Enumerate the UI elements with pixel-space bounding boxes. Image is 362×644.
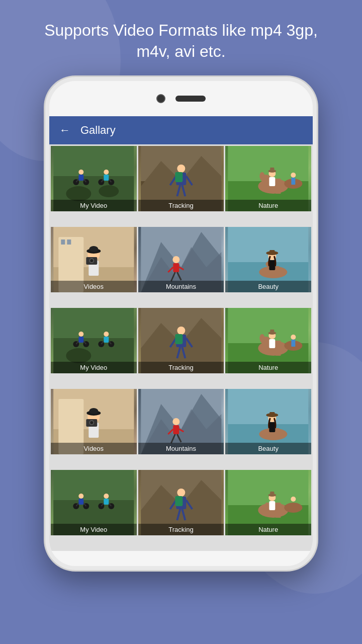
svg-point-169 bbox=[285, 503, 303, 513]
gallery-item-1[interactable]: My Video bbox=[51, 146, 137, 211]
svg-rect-68 bbox=[269, 260, 276, 270]
gallery-label-7: My Video bbox=[51, 362, 137, 373]
phone-mockup: ← Gallary bbox=[45, 77, 317, 570]
svg-point-118 bbox=[89, 408, 98, 414]
svg-point-143 bbox=[78, 494, 83, 499]
svg-rect-144 bbox=[78, 499, 83, 505]
gallery-label-10: Videos bbox=[51, 443, 137, 454]
gallery-item-2[interactable]: Tracking bbox=[138, 146, 224, 211]
svg-point-38 bbox=[291, 173, 296, 178]
svg-rect-134 bbox=[269, 422, 276, 432]
svg-point-101 bbox=[260, 334, 265, 342]
gallery-label-8: Tracking bbox=[138, 362, 224, 373]
svg-point-122 bbox=[172, 418, 179, 425]
gallery-label-15: Nature bbox=[225, 524, 311, 535]
toolbar-title: Gallary bbox=[80, 124, 116, 137]
svg-rect-39 bbox=[292, 178, 296, 185]
svg-point-107 bbox=[291, 335, 296, 340]
gallery-item-8[interactable]: Tracking bbox=[138, 308, 224, 373]
svg-rect-150 bbox=[104, 499, 109, 505]
svg-point-88 bbox=[177, 327, 185, 335]
gallery-item-7[interactable]: My Video bbox=[51, 308, 137, 373]
svg-point-2 bbox=[66, 186, 91, 201]
phone-top-bar bbox=[49, 81, 313, 116]
gallery-label-13: My Video bbox=[51, 524, 137, 535]
gallery-label-1: My Video bbox=[51, 200, 137, 211]
app-screen: ← Gallary bbox=[49, 116, 313, 551]
svg-rect-15 bbox=[104, 175, 109, 181]
svg-rect-43 bbox=[61, 239, 65, 245]
gallery-item-3[interactable]: Nature bbox=[225, 146, 311, 211]
gallery-item-14[interactable]: Tracking bbox=[138, 470, 224, 535]
svg-point-14 bbox=[104, 170, 109, 175]
svg-point-153 bbox=[177, 489, 185, 497]
svg-rect-108 bbox=[292, 340, 296, 347]
gallery-item-5[interactable]: Mountains bbox=[138, 227, 224, 292]
svg-rect-103 bbox=[269, 339, 276, 348]
svg-point-49 bbox=[90, 259, 93, 262]
gallery-label-14: Tracking bbox=[138, 524, 224, 535]
gallery-label-11: Mountains bbox=[138, 443, 224, 454]
svg-rect-9 bbox=[78, 175, 83, 181]
svg-point-149 bbox=[104, 494, 109, 499]
svg-rect-136 bbox=[270, 412, 275, 416]
gallery-item-15[interactable]: Nature bbox=[225, 470, 311, 535]
svg-rect-168 bbox=[270, 492, 275, 496]
svg-rect-94 bbox=[175, 334, 183, 344]
svg-rect-70 bbox=[270, 250, 275, 254]
svg-rect-44 bbox=[67, 239, 71, 245]
speaker-icon bbox=[175, 96, 206, 102]
gallery-item-10[interactable]: Videos bbox=[51, 389, 137, 454]
svg-rect-164 bbox=[276, 503, 281, 518]
gallery-label-12: Beauty bbox=[225, 443, 311, 454]
svg-point-55 bbox=[172, 256, 179, 263]
svg-rect-56 bbox=[173, 263, 179, 272]
svg-rect-25 bbox=[175, 172, 183, 182]
svg-rect-123 bbox=[173, 425, 179, 434]
svg-rect-34 bbox=[269, 177, 276, 186]
gallery-label-9: Nature bbox=[225, 362, 311, 373]
svg-point-51 bbox=[89, 246, 98, 252]
app-toolbar: ← Gallary bbox=[49, 116, 313, 144]
svg-point-170 bbox=[291, 497, 296, 502]
svg-rect-36 bbox=[270, 168, 275, 172]
svg-point-19 bbox=[177, 165, 185, 173]
svg-rect-65 bbox=[276, 266, 280, 277]
gallery-label-6: Beauty bbox=[225, 281, 311, 292]
svg-rect-99 bbox=[276, 341, 281, 356]
svg-point-73 bbox=[66, 348, 91, 363]
svg-rect-30 bbox=[276, 179, 281, 194]
svg-rect-79 bbox=[78, 337, 83, 343]
gallery-item-13[interactable]: My Video bbox=[51, 470, 137, 535]
header-title: Supports Video Formats like mp4 3gp, m4v… bbox=[0, 0, 362, 77]
svg-point-78 bbox=[78, 332, 83, 337]
gallery-item-9[interactable]: Nature bbox=[225, 308, 311, 373]
phone-bottom-bar bbox=[49, 551, 313, 566]
svg-rect-85 bbox=[104, 337, 109, 343]
gallery-grid: My Video bbox=[49, 144, 313, 551]
gallery-label-3: Nature bbox=[225, 200, 311, 211]
gallery-item-12[interactable]: Beauty bbox=[225, 389, 311, 454]
svg-point-84 bbox=[104, 332, 109, 337]
svg-rect-132 bbox=[276, 428, 280, 439]
svg-point-116 bbox=[90, 421, 93, 424]
gallery-label-2: Tracking bbox=[138, 200, 224, 211]
svg-rect-159 bbox=[175, 496, 183, 506]
back-button[interactable]: ← bbox=[59, 124, 70, 137]
gallery-item-11[interactable]: Mountains bbox=[138, 389, 224, 454]
svg-rect-105 bbox=[270, 330, 275, 334]
gallery-label-4: Videos bbox=[51, 281, 137, 292]
svg-rect-166 bbox=[269, 501, 276, 510]
svg-point-32 bbox=[260, 172, 265, 180]
svg-point-3 bbox=[99, 185, 119, 197]
gallery-item-4[interactable]: Videos bbox=[51, 227, 137, 292]
camera-icon bbox=[156, 94, 165, 103]
svg-point-8 bbox=[78, 170, 83, 175]
gallery-item-6[interactable]: Beauty bbox=[225, 227, 311, 292]
gallery-label-5: Mountains bbox=[138, 281, 224, 292]
